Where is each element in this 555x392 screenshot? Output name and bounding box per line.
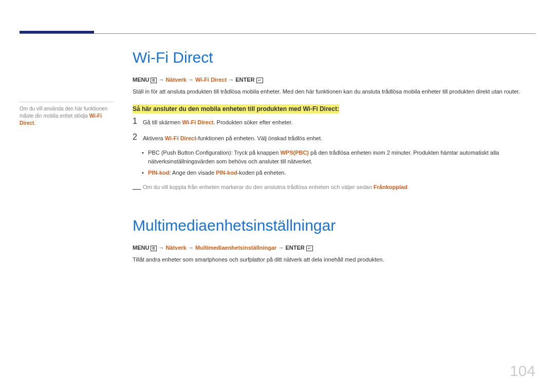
bullet-pbc: PBC (Push Button Configuration): Tryck p… — [148, 148, 535, 165]
menu-path-2: MENU Ⅲ → Nätverk → Multimediaenhetsinstä… — [133, 245, 535, 251]
arrow-icon: → — [159, 77, 164, 83]
sidebar-note: Om du vill använda den här funktionen må… — [20, 102, 113, 127]
note-bold: Frånkopplad — [374, 184, 408, 190]
bullet-bold: PIN-kod — [148, 170, 170, 176]
step-bold: Wi-Fi Direct — [165, 135, 196, 141]
enter-icon: ↵ — [256, 78, 263, 83]
note-text: . — [408, 184, 409, 190]
step-text: Aktivera — [143, 135, 165, 141]
intro-paragraph-2: Tillåt andra enheter som smartphones och… — [133, 255, 535, 264]
heading-wifi-direct: Wi-Fi Direct — [133, 49, 535, 66]
bullet-list: PBC (Push Button Configuration): Tryck p… — [133, 148, 535, 177]
menu-step: Nätverk — [166, 77, 187, 83]
step-2: 2 Aktivera Wi-Fi Direct-funktionen på en… — [133, 133, 535, 143]
step-text: Gå till skärmen — [143, 119, 182, 125]
arrow-icon: → — [159, 245, 164, 251]
arrow-icon: → — [228, 77, 234, 83]
dash-icon: ― — [133, 183, 141, 195]
menu-step: Wi-Fi Direct — [195, 77, 227, 83]
menu-path-1: MENU Ⅲ → Nätverk → Wi-Fi Direct → ENTER … — [133, 77, 535, 83]
bullet-text: PBC (Push Button Configuration): Tryck p… — [148, 150, 280, 156]
step-text: -funktionen på enheten. Välj önskad tråd… — [196, 135, 322, 141]
sidebar-suffix: . — [34, 120, 35, 126]
menu-step: Nätverk — [166, 245, 187, 251]
enter-label: ENTER — [286, 245, 305, 251]
arrow-icon: → — [188, 77, 194, 83]
step-number: 1 — [133, 117, 143, 125]
step-number: 2 — [133, 133, 143, 141]
step-text: . Produkten söker efter enheter. — [213, 119, 292, 125]
menu-label: MENU — [133, 77, 149, 83]
menu-icon: Ⅲ — [151, 78, 157, 83]
bullet-bold: WPS(PBC) — [280, 150, 309, 156]
menu-icon: Ⅲ — [151, 246, 157, 251]
arrow-icon: → — [278, 245, 284, 251]
bullet-text: : Ange den visade — [170, 170, 216, 176]
step-1: 1 Gå till skärmen Wi-Fi Direct. Produkte… — [133, 117, 535, 127]
disconnect-note: ― Om du vill koppla från enheten markera… — [133, 183, 535, 192]
instruction-heading: Så här ansluter du den mobila enheten ti… — [133, 104, 339, 114]
intro-paragraph: Ställ in för att ansluta produkten till … — [133, 87, 535, 96]
page-number: 104 — [510, 362, 535, 380]
bullet-pin: PIN-kod: Ange den visade PIN-kod-koden p… — [148, 169, 535, 177]
menu-label: MENU — [133, 245, 149, 251]
enter-label: ENTER — [235, 77, 254, 83]
note-text: Om du vill koppla från enheten markerar … — [143, 184, 374, 190]
step-bold: Wi-Fi Direct — [182, 119, 213, 125]
arrow-icon: → — [188, 245, 194, 251]
heading-multimedia: Multimediaenhetsinställningar — [133, 217, 535, 234]
main-content: Wi-Fi Direct MENU Ⅲ → Nätverk → Wi-Fi Di… — [133, 49, 535, 272]
bullet-text: -koden på enheten. — [237, 170, 286, 176]
enter-icon: ↵ — [306, 246, 313, 251]
bullet-bold: PIN-kod — [216, 170, 237, 176]
steps-list: 1 Gå till skärmen Wi-Fi Direct. Produkte… — [133, 117, 535, 142]
top-rule — [20, 33, 535, 34]
menu-step: Multimediaenhetsinställningar — [195, 245, 276, 251]
